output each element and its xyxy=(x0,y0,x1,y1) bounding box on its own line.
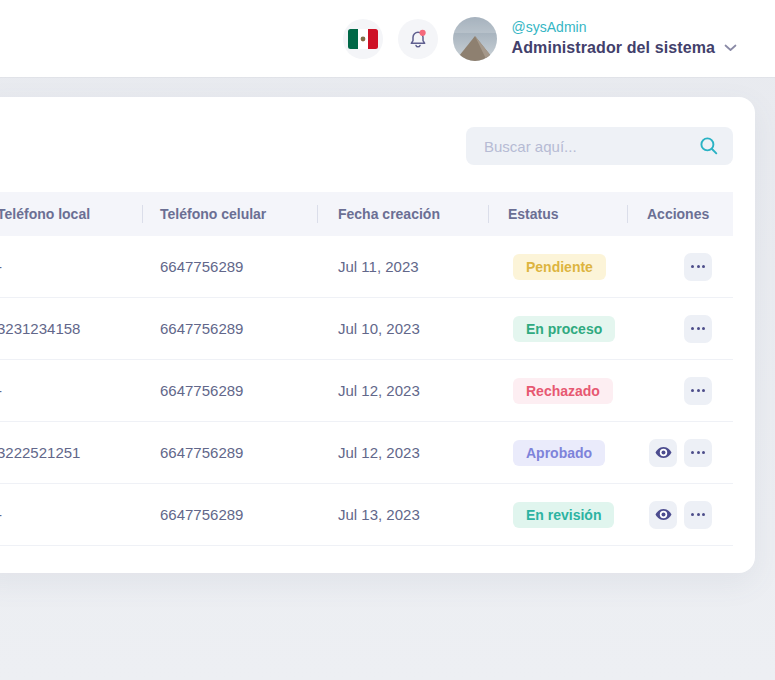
search-icon[interactable] xyxy=(699,136,719,156)
table-row: - 6647756289 Jul 12, 2023 Rechazado xyxy=(0,360,733,422)
search-input[interactable] xyxy=(466,138,699,155)
ellipsis-icon xyxy=(691,265,705,268)
ellipsis-icon xyxy=(691,327,705,330)
row-menu-button[interactable] xyxy=(684,439,712,467)
cell-estatus: Rechazado xyxy=(488,378,627,404)
table-row: 3222521251 6647756289 Jul 12, 2023 Aprob… xyxy=(0,422,733,484)
avatar-photo xyxy=(453,17,497,61)
cell-fecha-creacion: Jul 11, 2023 xyxy=(317,258,488,275)
table-row: 3231234158 6647756289 Jul 10, 2023 En pr… xyxy=(0,298,733,360)
column-header-estatus: Estatus xyxy=(488,206,627,222)
status-badge: Rechazado xyxy=(513,378,613,404)
cell-acciones xyxy=(627,439,733,467)
table-body: - 6647756289 Jul 11, 2023 Pendiente 3231… xyxy=(0,236,733,546)
cell-telefono-celular: 6647756289 xyxy=(142,444,317,461)
view-button[interactable] xyxy=(649,501,677,529)
cell-telefono-celular: 6647756289 xyxy=(142,506,317,523)
row-menu-button[interactable] xyxy=(684,501,712,529)
status-badge: En revisión xyxy=(513,502,614,528)
status-badge: En proceso xyxy=(513,316,615,342)
content-card: Teléfono localTeléfono celularFecha crea… xyxy=(0,97,755,573)
row-menu-button[interactable] xyxy=(684,377,712,405)
topbar: @sysAdmin Administrador del sistema xyxy=(0,0,775,77)
column-header-fecha_creacion: Fecha creación xyxy=(317,206,488,222)
ellipsis-icon xyxy=(691,513,705,516)
cell-telefono-local: - xyxy=(0,258,142,275)
table-row: - 6647756289 Jul 13, 2023 En revisión xyxy=(0,484,733,546)
notification-dot xyxy=(419,29,425,35)
cell-acciones xyxy=(627,377,733,405)
view-button[interactable] xyxy=(649,439,677,467)
table-row: - 6647756289 Jul 11, 2023 Pendiente xyxy=(0,236,733,298)
cell-telefono-local: - xyxy=(0,382,142,399)
cell-fecha-creacion: Jul 10, 2023 xyxy=(317,320,488,337)
language-flag-button[interactable] xyxy=(343,19,383,59)
cell-telefono-local: 3231234158 xyxy=(0,320,142,337)
cell-telefono-celular: 6647756289 xyxy=(142,382,317,399)
status-badge: Aprobado xyxy=(513,440,605,466)
user-menu[interactable]: @sysAdmin Administrador del sistema xyxy=(512,20,737,56)
cell-estatus: Pendiente xyxy=(488,254,627,280)
username: @sysAdmin xyxy=(512,20,737,35)
column-header-acciones: Acciones xyxy=(627,206,733,222)
user-role: Administrador del sistema xyxy=(512,39,715,57)
eye-icon xyxy=(654,443,673,462)
status-badge: Pendiente xyxy=(513,254,606,280)
cell-estatus: En revisión xyxy=(488,502,627,528)
column-header-telefono_local: Teléfono local xyxy=(0,206,142,222)
chevron-down-icon[interactable] xyxy=(724,44,737,52)
cell-fecha-creacion: Jul 12, 2023 xyxy=(317,382,488,399)
cell-acciones xyxy=(627,315,733,343)
cell-telefono-celular: 6647756289 xyxy=(142,320,317,337)
cell-telefono-celular: 6647756289 xyxy=(142,258,317,275)
cell-estatus: En proceso xyxy=(488,316,627,342)
cell-fecha-creacion: Jul 13, 2023 xyxy=(317,506,488,523)
row-menu-button[interactable] xyxy=(684,315,712,343)
bell-icon xyxy=(406,27,430,51)
cell-estatus: Aprobado xyxy=(488,440,627,466)
cell-acciones xyxy=(627,253,733,281)
avatar[interactable] xyxy=(453,17,497,61)
column-header-telefono_celular: Teléfono celular xyxy=(142,206,317,222)
eye-icon xyxy=(654,505,673,524)
ellipsis-icon xyxy=(691,389,705,392)
search-bar xyxy=(466,127,733,165)
cell-telefono-local: - xyxy=(0,506,142,523)
ellipsis-icon xyxy=(691,451,705,454)
topbar-actions: @sysAdmin Administrador del sistema xyxy=(343,17,737,61)
cell-telefono-local: 3222521251 xyxy=(0,444,142,461)
table-header: Teléfono localTeléfono celularFecha crea… xyxy=(0,192,733,236)
row-menu-button[interactable] xyxy=(684,253,712,281)
mexico-flag-icon xyxy=(348,29,378,49)
cell-fecha-creacion: Jul 12, 2023 xyxy=(317,444,488,461)
cell-acciones xyxy=(627,501,733,529)
notifications-button[interactable] xyxy=(398,19,438,59)
